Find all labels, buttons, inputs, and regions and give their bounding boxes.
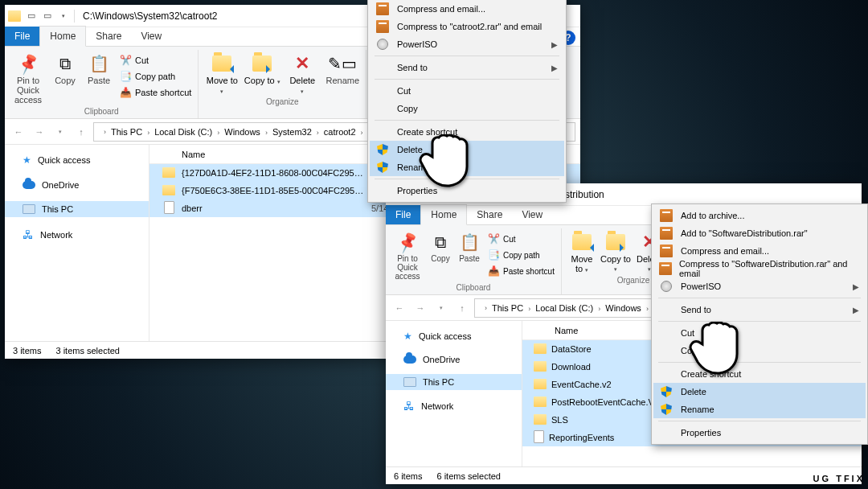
paste-shortcut-button[interactable]: 📥Paste shortcut bbox=[485, 264, 556, 278]
disc-icon bbox=[661, 281, 672, 292]
sidebar-network[interactable]: 🖧Network bbox=[5, 225, 149, 244]
copy-to-button[interactable]: Copy to ▾ bbox=[600, 230, 631, 273]
menu-item[interactable]: Compress and email... bbox=[653, 242, 866, 260]
menu-item[interactable]: PowerISO ▶ bbox=[370, 35, 564, 53]
paste-button[interactable]: 📋Paste bbox=[84, 51, 114, 85]
cell-name: SLS bbox=[551, 415, 656, 425]
menu-item[interactable]: Delete bbox=[370, 141, 564, 158]
sidebar-this-pc[interactable]: This PC bbox=[5, 201, 149, 217]
menu-item[interactable]: Copy bbox=[653, 342, 866, 360]
crumb[interactable]: catroot2 bbox=[321, 127, 359, 137]
sidebar-network[interactable]: 🖧Network bbox=[386, 397, 522, 416]
crumb[interactable]: Local Disk (C:) bbox=[151, 127, 215, 137]
paste-shortcut-button[interactable]: 📥Paste shortcut bbox=[117, 85, 193, 100]
nav-pane: ★Quick access OneDrive This PC 🖧Network bbox=[5, 145, 149, 341]
menu-item[interactable]: Create shortcut bbox=[370, 123, 564, 141]
copy-path-button[interactable]: 📑Copy path bbox=[485, 248, 556, 262]
menu-item[interactable]: Add to archive... bbox=[653, 207, 866, 224]
context-menu: Add to archive... Add to "SoftwareDistri… bbox=[651, 203, 868, 445]
crumb[interactable]: Windows bbox=[602, 303, 645, 313]
menu-item[interactable]: Properties bbox=[653, 424, 866, 442]
nav-forward[interactable]: → bbox=[411, 299, 429, 317]
menu-item[interactable]: Add to "SoftwareDistribution.rar" bbox=[653, 224, 866, 242]
tab-home[interactable]: Home bbox=[39, 26, 86, 47]
nav-up[interactable]: ↑ bbox=[72, 123, 90, 141]
rename-button[interactable]: ✎▭Rename bbox=[324, 51, 361, 85]
menu-item[interactable]: Send to ▶ bbox=[370, 59, 564, 76]
nav-history[interactable]: ▾ bbox=[432, 299, 450, 317]
crumb[interactable]: This PC bbox=[489, 303, 526, 313]
tab-home[interactable]: Home bbox=[420, 204, 467, 225]
file-icon bbox=[164, 201, 174, 214]
tab-view[interactable]: View bbox=[512, 205, 552, 224]
sidebar-quick-access[interactable]: ★Quick access bbox=[386, 327, 522, 345]
copy-path-button[interactable]: 📑Copy path bbox=[117, 69, 193, 84]
crumb[interactable]: Local Disk (C:) bbox=[532, 303, 596, 313]
nav-forward[interactable]: → bbox=[31, 123, 48, 141]
copy-button[interactable]: ⧉Copy bbox=[428, 230, 453, 263]
qat-newfolder[interactable]: ▭ bbox=[42, 10, 53, 22]
menu-item[interactable]: Compress to "SoftwareDistribution.rar" a… bbox=[653, 260, 866, 277]
tab-file[interactable]: File bbox=[5, 27, 39, 46]
tab-view[interactable]: View bbox=[131, 27, 171, 46]
archive-icon bbox=[376, 20, 389, 33]
cell-name: {F750E6C3-38EE-11D1-85E5-00C04FC295… bbox=[182, 186, 371, 195]
paste-button[interactable]: 📋Paste bbox=[457, 230, 482, 263]
nav-back[interactable]: ← bbox=[10, 123, 27, 141]
status-count: 3 items bbox=[13, 346, 41, 355]
cell-name: EventCache.v2 bbox=[551, 380, 656, 389]
move-to-button[interactable]: Move to ▾ bbox=[567, 230, 597, 273]
sidebar-label: This PC bbox=[423, 377, 454, 387]
menu-item[interactable]: Send to ▶ bbox=[653, 301, 866, 318]
tab-share[interactable]: Share bbox=[467, 205, 512, 224]
tab-file[interactable]: File bbox=[386, 205, 420, 224]
sidebar-onedrive[interactable]: OneDrive bbox=[386, 351, 522, 368]
delete-button[interactable]: ✕Delete▾ bbox=[284, 51, 321, 95]
sidebar-onedrive[interactable]: OneDrive bbox=[5, 177, 149, 193]
nav-history[interactable]: ▾ bbox=[51, 123, 69, 141]
menu-item[interactable]: PowerISO ▶ bbox=[653, 277, 866, 295]
qat-props[interactable]: ▭ bbox=[26, 10, 37, 22]
menu-item[interactable]: Cut bbox=[370, 82, 564, 100]
cell-name: ReportingEvents bbox=[549, 433, 653, 442]
menu-label: Compress to "SoftwareDistribution.rar" a… bbox=[679, 259, 851, 278]
col-name[interactable]: Name bbox=[522, 326, 659, 335]
sidebar-quick-access[interactable]: ★Quick access bbox=[5, 151, 149, 169]
crumb[interactable]: System32 bbox=[269, 127, 315, 137]
menu-item[interactable]: Compress to "catroot2.rar" and email bbox=[370, 18, 564, 35]
menu-separator bbox=[658, 298, 861, 298]
pin-to-quick-access-button[interactable]: 📌Pin to Quick access bbox=[10, 51, 47, 105]
crumb[interactable]: Windows bbox=[221, 127, 264, 137]
pc-icon bbox=[403, 377, 416, 387]
menu-label: Copy bbox=[681, 346, 702, 355]
menu-item[interactable]: Cut bbox=[653, 324, 866, 342]
menu-item[interactable]: Delete bbox=[653, 383, 866, 401]
menu-label: Cut bbox=[681, 328, 694, 338]
menu-item[interactable]: Copy bbox=[370, 100, 564, 117]
menu-item[interactable]: Rename bbox=[370, 158, 564, 176]
nav-back[interactable]: ← bbox=[391, 299, 408, 317]
nav-up[interactable]: ↑ bbox=[453, 299, 471, 317]
crumb-sep: › bbox=[102, 128, 108, 136]
cut-button[interactable]: ✂️Cut bbox=[117, 53, 193, 68]
group-caption-clipboard: Clipboard bbox=[10, 105, 193, 118]
menu-item[interactable]: Properties bbox=[370, 182, 564, 199]
tab-share[interactable]: Share bbox=[86, 27, 131, 46]
copy-button[interactable]: ⧉Copy bbox=[50, 51, 80, 85]
menu-item[interactable]: Rename bbox=[653, 401, 866, 418]
cut-button[interactable]: ✂️Cut bbox=[485, 232, 556, 246]
menu-label: PowerISO bbox=[397, 39, 437, 49]
move-to-button[interactable]: Move to ▾ bbox=[203, 51, 240, 95]
qat-more[interactable]: ▾ bbox=[58, 10, 69, 22]
breadcrumb-path[interactable]: This PC›Local Disk (C:)›Windows›System32… bbox=[108, 127, 365, 137]
sidebar-this-pc[interactable]: This PC bbox=[386, 374, 522, 390]
network-icon: 🖧 bbox=[23, 228, 34, 241]
folder-icon bbox=[534, 361, 547, 372]
menu-item[interactable]: Create shortcut bbox=[653, 365, 866, 383]
shield-icon bbox=[377, 144, 388, 155]
menu-item[interactable]: Compress and email... bbox=[370, 0, 564, 18]
pin-to-quick-access-button[interactable]: 📌Pin to Quick access bbox=[391, 230, 424, 281]
col-name[interactable]: Name bbox=[149, 150, 366, 159]
crumb[interactable]: This PC bbox=[108, 127, 145, 137]
copy-to-button[interactable]: Copy to ▾ bbox=[244, 51, 280, 85]
